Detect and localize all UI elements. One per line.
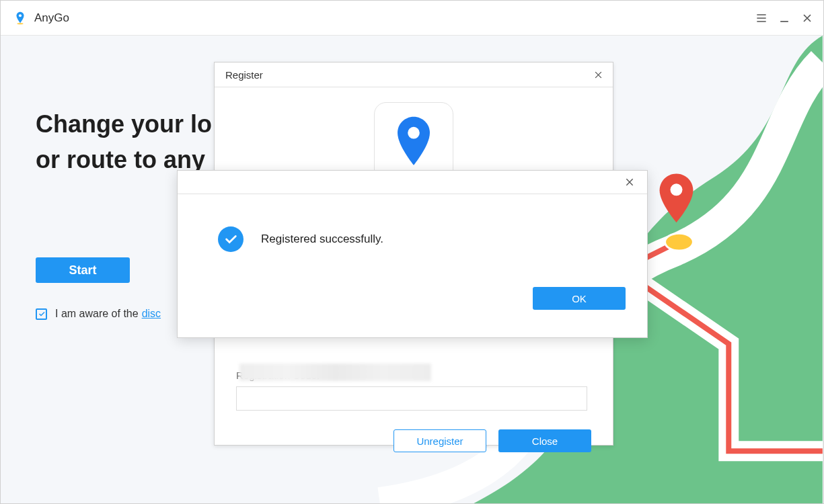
svg-point-2: [665, 233, 694, 251]
main-area: Change your lo or route to any Start I a…: [1, 36, 823, 503]
unregister-button[interactable]: Unregister: [394, 429, 486, 452]
svg-point-3: [671, 183, 683, 196]
disclaimer-checkbox[interactable]: [36, 308, 47, 320]
registration-code-input[interactable]: [236, 386, 587, 411]
window-controls: [752, 9, 817, 28]
register-button-row: Unregister Close: [236, 429, 591, 452]
alert-close-icon[interactable]: [623, 175, 636, 189]
titlebar: AnyGo: [1, 1, 823, 36]
disclaimer-row: I am aware of the disc: [36, 308, 161, 320]
alert-body: Registered successfully.: [178, 194, 647, 252]
disclaimer-link[interactable]: disc: [142, 308, 161, 320]
check-circle-icon: [218, 226, 244, 252]
alert-ok-button[interactable]: OK: [533, 287, 626, 310]
pin-icon: [392, 115, 435, 169]
close-icon[interactable]: [798, 9, 817, 28]
app-title: AnyGo: [34, 11, 69, 25]
alert-button-row: OK: [178, 252, 647, 310]
alert-message: Registered successfully.: [261, 233, 383, 246]
disclaimer-text: I am aware of the disc: [55, 308, 161, 320]
start-button[interactable]: Start: [36, 257, 130, 283]
minimize-icon[interactable]: [775, 9, 794, 28]
register-close-button[interactable]: Close: [498, 429, 591, 452]
alert-dialog: Registered successfully. OK: [177, 170, 648, 338]
headline: Change your lo or route to any: [36, 108, 212, 176]
redacted-code: [239, 364, 431, 381]
svg-point-4: [408, 127, 420, 139]
disclaimer-prefix: I am aware of the: [55, 308, 139, 320]
app-logo-icon: [13, 11, 28, 26]
menu-icon[interactable]: [752, 9, 771, 28]
register-dialog-header: Register: [215, 62, 613, 87]
alert-header: [178, 171, 647, 194]
headline-line1: Change your lo: [36, 110, 212, 138]
register-close-icon[interactable]: [591, 68, 605, 81]
svg-point-1: [17, 23, 23, 24]
titlebar-left: AnyGo: [13, 11, 69, 26]
app-window: AnyGo Chang: [0, 0, 824, 504]
register-dialog-title: Register: [225, 69, 263, 81]
svg-point-0: [19, 14, 22, 17]
